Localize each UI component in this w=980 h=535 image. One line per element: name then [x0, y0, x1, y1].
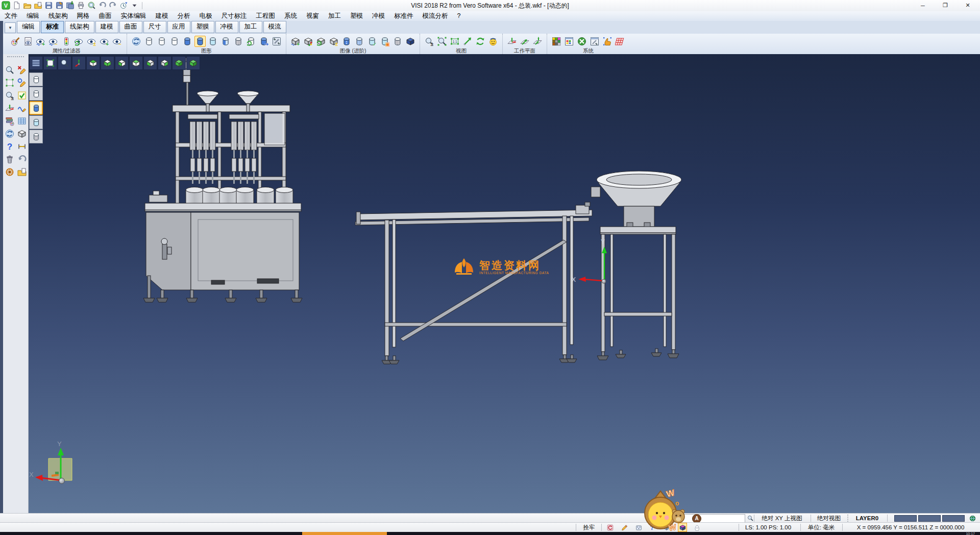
- tab-编辑[interactable]: 编辑: [17, 21, 40, 33]
- workplane-swap-icon[interactable]: [532, 36, 543, 47]
- color-swatch-3[interactable]: [942, 515, 965, 522]
- menu-item-16[interactable]: 标准件: [389, 11, 418, 21]
- visibility-refresh-icon[interactable]: [74, 36, 85, 47]
- advanced-toggle-icon[interactable]: ±: [328, 36, 339, 47]
- menu-item-5[interactable]: 实体编辑: [116, 11, 151, 21]
- active-layer-label[interactable]: LAYER0: [851, 514, 883, 523]
- menu-item-4[interactable]: 曲面: [94, 11, 116, 21]
- refresh-view-icon[interactable]: [475, 36, 486, 47]
- render-settings-icon[interactable]: [271, 36, 282, 47]
- undo-icon[interactable]: [97, 1, 107, 10]
- new-file-icon[interactable]: [12, 1, 21, 10]
- status-snap-icon[interactable]: [660, 523, 670, 532]
- dynamic-view-button[interactable]: [58, 56, 71, 70]
- workplane-icon[interactable]: [4, 103, 15, 114]
- 3d-viewport[interactable]: Y X Y X: [28, 54, 980, 514]
- advanced-refresh-icon[interactable]: [315, 36, 327, 47]
- redraw-icon[interactable]: [131, 36, 142, 47]
- tab-冲模[interactable]: 冲模: [215, 21, 238, 33]
- system-panel-icon[interactable]: [589, 36, 600, 47]
- grid-display-icon[interactable]: [16, 115, 28, 127]
- show-all-icon[interactable]: +: [99, 36, 110, 47]
- view-menu-icon[interactable]: [29, 56, 43, 70]
- color-swatch-1[interactable]: [894, 515, 917, 522]
- system-colors-icon[interactable]: [551, 36, 562, 47]
- visibility-toggle-icon[interactable]: ±: [86, 36, 97, 47]
- menu-item-8[interactable]: 电极: [195, 11, 217, 21]
- save-as-icon[interactable]: [55, 1, 64, 10]
- system-grid-icon[interactable]: [615, 36, 626, 47]
- measure-icon[interactable]: [16, 141, 28, 152]
- render-hatched[interactable]: [29, 130, 43, 143]
- view-top-button[interactable]: [86, 56, 100, 70]
- tab-应用[interactable]: 应用: [167, 21, 190, 33]
- delete-icon[interactable]: [4, 154, 15, 165]
- taskbar-active-app[interactable]: [302, 532, 387, 535]
- regenerate-icon[interactable]: [4, 128, 15, 139]
- history-icon[interactable]: [119, 1, 129, 10]
- attributes-view-icon[interactable]: [22, 36, 34, 47]
- minimize-button[interactable]: ─: [912, 0, 934, 11]
- view-iso-button[interactable]: [172, 56, 186, 70]
- menu-item-10[interactable]: 工程图: [252, 11, 280, 21]
- status-record-icon[interactable]: [605, 523, 615, 532]
- menu-item-9[interactable]: 尺寸标注: [217, 11, 252, 21]
- open-file-icon[interactable]: [22, 1, 32, 10]
- status-grid-icon[interactable]: [634, 523, 643, 532]
- zoom-scale-icon[interactable]: ±: [4, 90, 15, 101]
- menu-item-12[interactable]: 视窗: [302, 11, 324, 21]
- shading-icon[interactable]: [16, 128, 28, 139]
- preview-icon[interactable]: [87, 1, 96, 10]
- render-update-icon[interactable]: ➔: [258, 36, 270, 47]
- attributes-color-icon[interactable]: [10, 36, 21, 47]
- zoom-extents-button[interactable]: [43, 56, 57, 70]
- tab-尺寸[interactable]: 尺寸: [143, 21, 166, 33]
- erase-entity-icon[interactable]: [16, 64, 28, 76]
- hide-remove-icon[interactable]: −: [48, 36, 59, 47]
- view-front-button[interactable]: [115, 56, 129, 70]
- tab-加工[interactable]: 加工: [239, 21, 262, 33]
- zoom-dynamic-icon[interactable]: [4, 64, 15, 76]
- half-shaded-icon[interactable]: [220, 36, 231, 47]
- menu-item-3[interactable]: 网格: [72, 11, 94, 21]
- zoom-in-out-icon[interactable]: ±: [424, 36, 435, 47]
- hatched-cylinder-icon[interactable]: [233, 36, 244, 47]
- status-glove-icon[interactable]: [692, 523, 701, 532]
- menu-item-18[interactable]: ?: [453, 11, 465, 21]
- panel-drag-handle[interactable]: [7, 56, 24, 60]
- view-bottom-button[interactable]: [101, 56, 114, 70]
- status-edit-icon[interactable]: [620, 523, 629, 532]
- workplane-create-icon[interactable]: [506, 36, 518, 47]
- shade-view-icon[interactable]: [487, 36, 499, 47]
- advanced-filter-icon[interactable]: [303, 36, 314, 47]
- tab-建模[interactable]: 建模: [95, 21, 118, 33]
- options-wheel-icon[interactable]: [4, 166, 15, 178]
- wireframe-hidden-icon[interactable]: [156, 36, 167, 47]
- validate-solid-icon[interactable]: ✓: [366, 36, 378, 47]
- menu-item-13[interactable]: 加工: [324, 11, 346, 21]
- redo-icon[interactable]: [108, 1, 118, 10]
- workplane-align-icon[interactable]: [519, 36, 530, 47]
- qat-dropdown-icon[interactable]: [130, 1, 139, 10]
- zoom-selected-icon[interactable]: [462, 36, 473, 47]
- tab-dropdown-button[interactable]: ▼: [5, 22, 16, 33]
- transparent-cylinder-icon[interactable]: [207, 36, 218, 47]
- system-settings-icon[interactable]: [576, 36, 587, 47]
- render-recycle-icon[interactable]: [246, 36, 257, 47]
- units-label[interactable]: 单位: 毫米: [803, 523, 839, 532]
- axes-view-button[interactable]: [72, 56, 86, 70]
- hide-all-icon[interactable]: −: [112, 36, 123, 47]
- system-snap-icon[interactable]: [602, 36, 613, 47]
- zoom-1to1-icon[interactable]: 1:1: [449, 36, 460, 47]
- help-icon[interactable]: ?: [4, 141, 15, 152]
- color-swatch-2[interactable]: [918, 515, 941, 522]
- save-all-icon[interactable]: [65, 1, 75, 10]
- view-shaded-button[interactable]: [186, 56, 200, 70]
- section-cylinder-icon[interactable]: [341, 36, 352, 47]
- view-right-button[interactable]: [158, 56, 172, 70]
- status-help-icon[interactable]: ?: [647, 523, 656, 532]
- advanced-add-icon[interactable]: +: [290, 36, 301, 47]
- tab-曲面[interactable]: 曲面: [119, 21, 142, 33]
- lock-toggle[interactable]: 拴牢: [579, 523, 599, 532]
- render-wireframe-1[interactable]: [29, 72, 43, 86]
